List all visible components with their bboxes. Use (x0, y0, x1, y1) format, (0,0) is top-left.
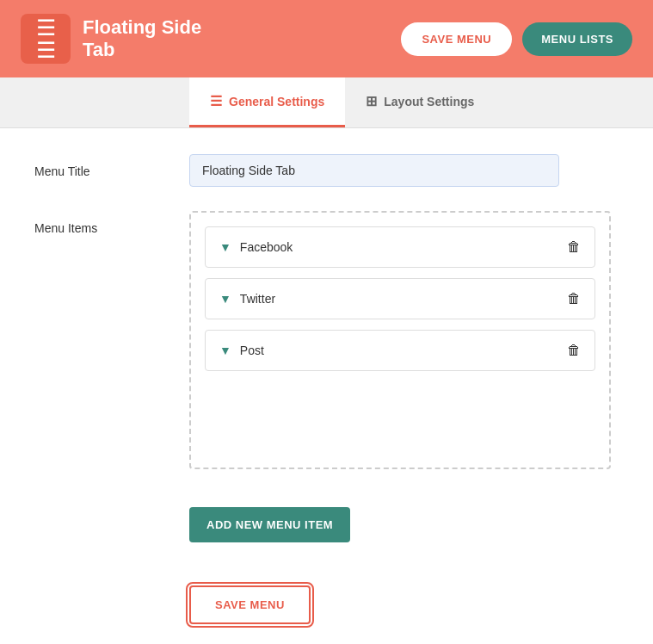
layout-settings-tab-icon: ⊞ (366, 93, 377, 109)
logo-icon: ☰☰ (36, 16, 56, 61)
tab-layout-settings-label: Layout Settings (384, 95, 474, 108)
add-new-menu-item-button[interactable]: ADD NEW MENU ITEM (189, 507, 350, 542)
menu-lists-button[interactable]: MENU LISTS (522, 22, 632, 56)
bottom-save-area: SAVE MENU (189, 585, 619, 624)
delete-facebook-icon[interactable]: 🗑 (567, 239, 581, 255)
tab-layout-settings[interactable]: ⊞ Layout Settings (345, 77, 495, 127)
app-logo: ☰☰ (21, 14, 71, 64)
tab-general-settings[interactable]: ☰ General Settings (189, 77, 345, 127)
tab-general-settings-label: General Settings (229, 95, 324, 108)
menu-title-input[interactable] (189, 154, 559, 187)
general-settings-tab-icon: ☰ (210, 93, 222, 109)
header-left: ☰☰ Floating Side Tab (21, 14, 201, 64)
menu-title-control (189, 154, 619, 187)
save-menu-header-button[interactable]: SAVE MENU (401, 22, 512, 56)
menu-item-row: ▼ Post 🗑 (205, 330, 595, 371)
main-content: Menu Title Menu Items ▼ Facebook 🗑 (0, 128, 653, 644)
chevron-down-icon-facebook[interactable]: ▼ (219, 240, 231, 254)
app-title: Floating Side Tab (83, 16, 201, 62)
menu-items-label: Menu Items (34, 211, 189, 235)
save-menu-bottom-button[interactable]: SAVE MENU (189, 585, 311, 624)
menu-title-label: Menu Title (34, 154, 189, 178)
menu-item-post-label: Post (240, 344, 264, 357)
menu-item-left-facebook: ▼ Facebook (219, 240, 293, 254)
menu-item-left-post: ▼ Post (219, 344, 264, 357)
chevron-down-icon-twitter[interactable]: ▼ (219, 292, 231, 306)
delete-twitter-icon[interactable]: 🗑 (567, 291, 581, 307)
app-header: ☰☰ Floating Side Tab SAVE MENU MENU LIST… (0, 0, 653, 77)
chevron-down-icon-post[interactable]: ▼ (219, 344, 231, 357)
menu-item-twitter-label: Twitter (240, 292, 275, 306)
delete-post-icon[interactable]: 🗑 (567, 343, 581, 358)
menu-item-facebook-label: Facebook (240, 240, 293, 254)
tabs-bar: ☰ General Settings ⊞ Layout Settings (0, 77, 653, 128)
header-buttons: SAVE MENU MENU LISTS (401, 22, 632, 56)
menu-items-row: Menu Items ▼ Facebook 🗑 ▼ Twitter (34, 211, 619, 469)
menu-item-row: ▼ Facebook 🗑 (205, 226, 595, 268)
menu-title-row: Menu Title (34, 154, 619, 187)
menu-item-row: ▼ Twitter 🗑 (205, 278, 595, 319)
menu-item-left-twitter: ▼ Twitter (219, 292, 275, 306)
menu-items-control: ▼ Facebook 🗑 ▼ Twitter 🗑 ▼ (189, 211, 619, 469)
menu-items-container: ▼ Facebook 🗑 ▼ Twitter 🗑 ▼ (189, 211, 611, 469)
